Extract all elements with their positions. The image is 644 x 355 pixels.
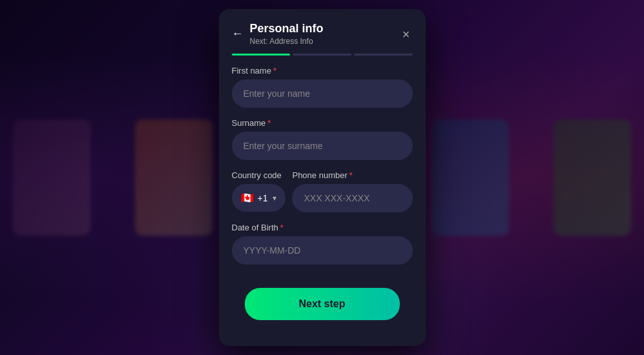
modal-footer: Next step [219, 288, 426, 346]
first-name-label: First name * [232, 66, 413, 76]
country-code-group: Country code 🇨🇦 +1 ▾ [232, 170, 286, 212]
chevron-down-icon: ▾ [273, 194, 276, 203]
phone-number-input[interactable] [292, 184, 412, 212]
surname-group: Surname * [232, 118, 413, 160]
back-button[interactable]: ← [232, 27, 244, 41]
phone-number-group: Phone number * [292, 170, 412, 212]
dob-group: Date of Birth * [232, 223, 413, 265]
dob-label: Date of Birth * [232, 223, 413, 232]
progress-segment-1 [232, 54, 291, 56]
personal-info-modal: ← Personal info Next: Address Info × Fir… [219, 9, 426, 346]
progress-segment-3 [354, 54, 413, 56]
surname-required-star: * [267, 118, 271, 128]
phone-required-star: * [349, 170, 353, 180]
dob-required-star: * [280, 223, 284, 232]
close-button[interactable]: × [400, 25, 413, 43]
progress-bar [219, 54, 426, 66]
dob-input[interactable] [232, 236, 413, 265]
country-code-dropdown[interactable]: 🇨🇦 +1 ▾ [232, 184, 286, 212]
modal-wrapper: ← Personal info Next: Address Info × Fir… [0, 0, 644, 355]
country-flag: 🇨🇦 [241, 192, 254, 204]
modal-header: ← Personal info Next: Address Info × [219, 9, 426, 54]
close-icon: × [402, 27, 410, 41]
first-name-required-star: * [273, 66, 276, 76]
modal-subtitle: Next: Address Info [250, 37, 400, 46]
progress-segment-2 [293, 54, 351, 56]
surname-input[interactable] [232, 132, 413, 160]
surname-label: Surname * [232, 118, 413, 128]
first-name-group: First name * [232, 66, 413, 108]
back-icon: ← [232, 27, 244, 41]
modal-title: Personal info [250, 22, 400, 36]
next-step-button[interactable]: Next step [245, 288, 400, 320]
first-name-input[interactable] [232, 79, 413, 108]
phone-row: Country code 🇨🇦 +1 ▾ Phone number * [232, 170, 413, 212]
header-text: Personal info Next: Address Info [250, 22, 400, 46]
country-code-value: +1 [258, 193, 268, 203]
phone-number-label: Phone number * [292, 170, 412, 180]
country-code-label: Country code [232, 170, 286, 180]
modal-body: First name * Surname * Country code 🇨� [219, 66, 426, 288]
